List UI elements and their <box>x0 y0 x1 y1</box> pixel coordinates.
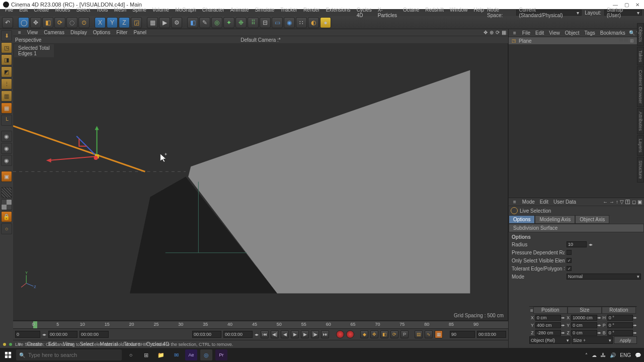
premiere-icon[interactable]: Pr <box>215 349 227 360</box>
attr-menu-edit[interactable]: Edit <box>537 199 551 205</box>
end-tc3-field[interactable]: 00:03:00 <box>477 331 506 338</box>
menu-animate[interactable]: Animate <box>227 7 252 18</box>
taskview-icon[interactable]: ⊞ <box>140 349 152 360</box>
pos-z[interactable]: -280 cm <box>535 330 561 336</box>
system-tray[interactable]: ˄ ☁ 🖧 🔊 ENG 💬 <box>585 352 641 358</box>
search-input[interactable] <box>28 352 119 358</box>
menu-file[interactable]: File <box>2 7 16 18</box>
render-view-button[interactable]: ▦ <box>147 17 158 28</box>
nodespace-dropdown[interactable]: Current (Standard/Physical)▾ <box>516 10 582 16</box>
start-button[interactable] <box>3 350 13 360</box>
rot-y[interactable]: 0 ° <box>607 322 633 328</box>
points-mode-button[interactable]: ⋮ <box>1 78 12 89</box>
obj-menu-view[interactable]: View <box>546 30 562 36</box>
axis-mode-button[interactable]: └ <box>1 115 12 126</box>
viewport-camera-label[interactable]: Default Camera :* <box>240 37 280 43</box>
prev-frame-button[interactable]: ◀ <box>281 330 289 338</box>
object-row-plane[interactable]: ◳ Plane ⊞ ✕ <box>509 37 644 44</box>
side-tab-layers[interactable]: Layers <box>637 135 644 156</box>
render-picture-viewer-button[interactable]: ▶ <box>159 17 170 28</box>
menu-x-particles[interactable]: X-Particles <box>375 7 400 18</box>
obj-menu-tags[interactable]: Tags <box>582 30 598 36</box>
attr-menu-mode[interactable]: Mode <box>520 199 537 205</box>
mail-icon[interactable]: ✉ <box>170 349 182 360</box>
end-tc-field[interactable]: 00:03:00 <box>192 331 221 338</box>
obj-menu-object[interactable]: Object <box>562 30 582 36</box>
add-tag-button[interactable]: ∷ <box>296 17 307 28</box>
size-y[interactable]: 0 cm <box>571 322 597 328</box>
obj-search-icon[interactable]: 🔍 <box>629 30 635 36</box>
z-axis-toggle[interactable]: Z <box>119 17 130 28</box>
vp-hamburger-icon[interactable]: ≡ <box>15 30 24 35</box>
next-key-button[interactable]: |▶ <box>311 330 319 338</box>
key-param-button[interactable]: P <box>400 330 409 338</box>
menu-mograph[interactable]: MoGraph <box>172 7 199 18</box>
menu-modes[interactable]: Modes <box>52 7 73 18</box>
attr-filter-icon[interactable]: ▽ <box>620 199 624 205</box>
last-tool[interactable]: ◌ <box>66 17 77 28</box>
menu-spline[interactable]: Spline <box>129 7 149 18</box>
polygons-mode-button[interactable]: ▦ <box>1 103 12 114</box>
vp-menu-cameras[interactable]: Cameras <box>41 30 67 35</box>
pos-x[interactable]: 0 cm <box>535 315 561 321</box>
vp-layout-icon[interactable]: ▦ <box>502 30 506 35</box>
tab-modeling-axis[interactable]: Modeling Axis <box>535 215 575 224</box>
add-camera-button[interactable]: ▭ <box>272 17 283 28</box>
add-field-button[interactable]: ✦ <box>223 17 234 28</box>
coord-apply-button[interactable]: Apply <box>614 336 637 344</box>
play-button[interactable]: ▶ <box>291 330 299 338</box>
key-rot-button[interactable]: ⟳ <box>390 330 398 338</box>
planar-workplane-button[interactable]: ○ <box>1 223 12 234</box>
viewport-solo2-button[interactable]: ◉ <box>1 143 12 154</box>
tray-cloud-icon[interactable]: ☁ <box>592 352 597 358</box>
workplane-button[interactable] <box>1 187 12 198</box>
pressure-checkbox[interactable] <box>567 250 572 255</box>
taskbar-search[interactable]: 🔍 <box>16 349 122 360</box>
attr-lock-icon[interactable]: ⚿ <box>625 199 630 205</box>
menu-volume[interactable]: Volume <box>149 7 172 18</box>
attr-back-icon[interactable]: ← <box>603 199 608 205</box>
menu-tracker[interactable]: Tracker <box>277 7 300 18</box>
menu-tools[interactable]: Tools <box>93 7 111 18</box>
key-pos-button[interactable]: ✥ <box>370 330 378 338</box>
snap-button[interactable]: ▣ <box>1 171 12 182</box>
locked-workplane-button[interactable]: 🔒 <box>1 211 12 222</box>
locked-tool[interactable]: ⊙ <box>78 17 90 28</box>
obj-hamburger-icon[interactable]: ≡ <box>511 30 519 36</box>
objects-panel[interactable]: ◳ Plane ⊞ ✕ <box>509 37 644 198</box>
model-mode-button[interactable]: ◳ <box>1 42 12 53</box>
obj-menu-file[interactable]: File <box>520 30 533 36</box>
undo-button[interactable]: ↶ <box>2 17 13 28</box>
object-mode-button[interactable]: ◨ <box>1 54 12 65</box>
explorer-icon[interactable]: 📁 <box>155 349 167 360</box>
tab-options[interactable]: Options <box>509 215 535 224</box>
menu-select[interactable]: Select <box>73 7 93 18</box>
visibility-editor-icon[interactable] <box>619 38 623 42</box>
menu-edit[interactable]: Edit <box>16 7 31 18</box>
record-button[interactable] <box>336 330 344 338</box>
cinema4d-icon[interactable]: ◎ <box>200 349 212 360</box>
side-tab-takes[interactable]: Takes <box>637 47 644 66</box>
tray-volume-icon[interactable]: 🔊 <box>610 352 616 358</box>
add-generator-button[interactable]: ◎ <box>211 17 222 28</box>
visibility-render-icon[interactable] <box>624 38 628 42</box>
timeline-motion-button[interactable]: ▦ <box>435 330 443 338</box>
start-tc-field[interactable]: 00:00:00 <box>48 331 77 338</box>
vp-menu-display[interactable]: Display <box>67 30 90 35</box>
side-tab-content-browser[interactable]: Content Browser <box>637 66 644 107</box>
goto-end-button[interactable]: ⏭ <box>321 330 329 338</box>
add-scene-button[interactable]: ⊟ <box>260 17 271 28</box>
goto-start-button[interactable]: ⏮ <box>261 330 269 338</box>
rot-z[interactable]: 0 ° <box>607 330 633 336</box>
menu-octane[interactable]: Octane <box>400 7 422 18</box>
check-toggle-button[interactable] <box>1 199 12 210</box>
vp-menu-view[interactable]: View <box>24 30 41 35</box>
timeline-ruler[interactable]: 051015202530354045505560657075808590 <box>13 321 508 329</box>
layout-dropdown[interactable]: Startup (User)▾ <box>604 10 642 16</box>
coord-sizemode-select[interactable]: Size +▾ <box>572 336 613 344</box>
tab-subdivision-surface[interactable]: Subdivision Surface <box>509 224 644 232</box>
rot-x[interactable]: 0 ° <box>607 315 633 321</box>
vp-menu-filter[interactable]: Filter <box>113 30 130 35</box>
attr-up-icon[interactable]: ↑ <box>616 199 618 205</box>
add-light-button[interactable]: ◉ <box>284 17 295 28</box>
